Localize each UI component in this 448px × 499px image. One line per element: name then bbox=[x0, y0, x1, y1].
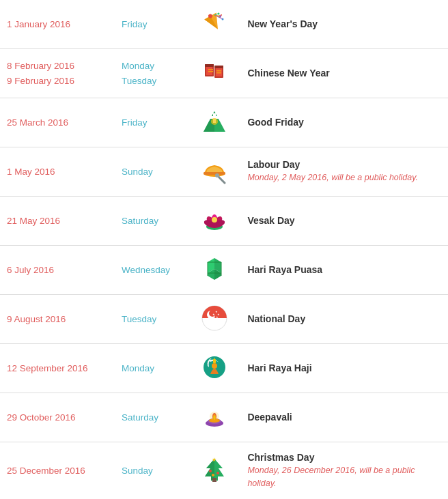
holiday-date: 1 January 2016 bbox=[0, 0, 115, 49]
holiday-day: Wednesday bbox=[115, 246, 188, 295]
svg-point-63 bbox=[210, 412, 219, 421]
holiday-note: Monday, 2 May 2016, will be a public hol… bbox=[247, 173, 418, 182]
holiday-day: Saturday bbox=[115, 393, 188, 442]
holiday-name: Hari Raya Haji bbox=[240, 344, 448, 393]
svg-point-70 bbox=[212, 474, 214, 476]
svg-rect-26 bbox=[204, 172, 225, 175]
table-row: 25 December 2016Sunday ★ Christmas DayMo… bbox=[0, 442, 448, 499]
svg-point-35 bbox=[212, 217, 217, 223]
holiday-icon: ★ bbox=[188, 442, 240, 499]
holiday-day: Saturday bbox=[115, 197, 188, 246]
table-row: 6 July 2016Wednesday Hari Raya Puasa bbox=[0, 246, 448, 295]
holiday-date: 6 July 2016 bbox=[0, 246, 115, 295]
holiday-icon bbox=[188, 49, 240, 98]
holiday-date: 29 October 2016 bbox=[0, 393, 115, 442]
svg-line-27 bbox=[218, 176, 225, 183]
svg-point-28 bbox=[215, 173, 219, 177]
table-row: 25 March 2016Friday Good Friday bbox=[0, 98, 448, 147]
svg-rect-66 bbox=[212, 478, 216, 482]
holiday-date: 21 May 2016 bbox=[0, 197, 115, 246]
holiday-name: National Day bbox=[240, 295, 448, 344]
holiday-name: Hari Raya Puasa bbox=[240, 246, 448, 295]
holiday-icon bbox=[188, 197, 240, 246]
table-row: 8 February 20169 February 2016MondayTues… bbox=[0, 49, 448, 98]
holiday-name: Deepavali bbox=[240, 393, 448, 442]
holiday-date: 25 March 2016 bbox=[0, 98, 115, 147]
svg-text:★: ★ bbox=[212, 313, 215, 316]
holiday-icon: ★ ★ ★ ★ ★ bbox=[188, 295, 240, 344]
holiday-icon bbox=[188, 147, 240, 197]
holiday-name: Chinese New Year bbox=[240, 49, 448, 98]
svg-rect-19 bbox=[216, 72, 221, 74]
holiday-day: Sunday bbox=[115, 442, 188, 499]
holiday-name: Good Friday bbox=[240, 98, 448, 147]
holiday-day: Tuesday bbox=[115, 295, 188, 344]
holiday-day: Monday bbox=[115, 344, 188, 393]
svg-text:★: ★ bbox=[212, 457, 216, 463]
svg-rect-17 bbox=[208, 71, 213, 72]
holiday-day: Friday bbox=[115, 0, 188, 49]
svg-point-68 bbox=[209, 470, 212, 472]
table-row: 29 October 2016Saturday Deepavali bbox=[0, 393, 448, 442]
svg-point-6 bbox=[221, 14, 222, 16]
table-row: 1 January 2016Friday New Year's Day bbox=[0, 0, 448, 49]
holiday-icon bbox=[188, 246, 240, 295]
svg-point-69 bbox=[216, 472, 219, 474]
holiday-icon bbox=[188, 393, 240, 442]
holiday-day: MondayTuesday bbox=[115, 49, 188, 98]
holidays-table: 1 January 2016Friday New Year's Day8 Feb… bbox=[0, 0, 448, 499]
holiday-date: 25 December 2016 bbox=[0, 442, 115, 499]
holiday-day: Friday bbox=[115, 98, 188, 147]
holiday-day: Sunday bbox=[115, 147, 188, 197]
svg-point-54 bbox=[212, 363, 217, 369]
holiday-note: Monday, 26 December 2016, will be a publ… bbox=[247, 466, 415, 488]
holiday-name: Christmas DayMonday, 26 December 2016, w… bbox=[240, 442, 448, 499]
holiday-date: 1 May 2016 bbox=[0, 147, 115, 197]
holiday-name: Vesak Day bbox=[240, 197, 448, 246]
svg-rect-18 bbox=[216, 70, 221, 72]
svg-rect-55 bbox=[213, 359, 216, 363]
svg-rect-16 bbox=[208, 69, 213, 70]
holiday-name: New Year's Day bbox=[240, 0, 448, 49]
table-row: 12 September 2016Monday Hari Raya Haji bbox=[0, 344, 448, 393]
holiday-date: 12 September 2016 bbox=[0, 344, 115, 393]
holiday-date: 8 February 20169 February 2016 bbox=[0, 49, 115, 98]
svg-rect-14 bbox=[216, 67, 222, 76]
table-row: 21 May 2016Saturday Vesak Day bbox=[0, 197, 448, 246]
svg-text:★: ★ bbox=[216, 315, 219, 319]
svg-rect-15 bbox=[214, 66, 223, 68]
table-row: 1 May 2016Sunday Labour DayMonday, 2 May… bbox=[0, 147, 448, 197]
table-row: 9 August 2016Tuesday ★ ★ ★ ★ ★ National … bbox=[0, 295, 448, 344]
holiday-icon bbox=[188, 98, 240, 147]
svg-rect-11 bbox=[206, 66, 212, 75]
holiday-icon bbox=[188, 344, 240, 393]
svg-rect-12 bbox=[205, 64, 214, 67]
holiday-icon bbox=[188, 0, 240, 49]
holiday-name: Labour DayMonday, 2 May 2016, will be a … bbox=[240, 147, 448, 197]
holiday-date: 9 August 2016 bbox=[0, 295, 115, 344]
svg-point-24 bbox=[211, 118, 218, 125]
